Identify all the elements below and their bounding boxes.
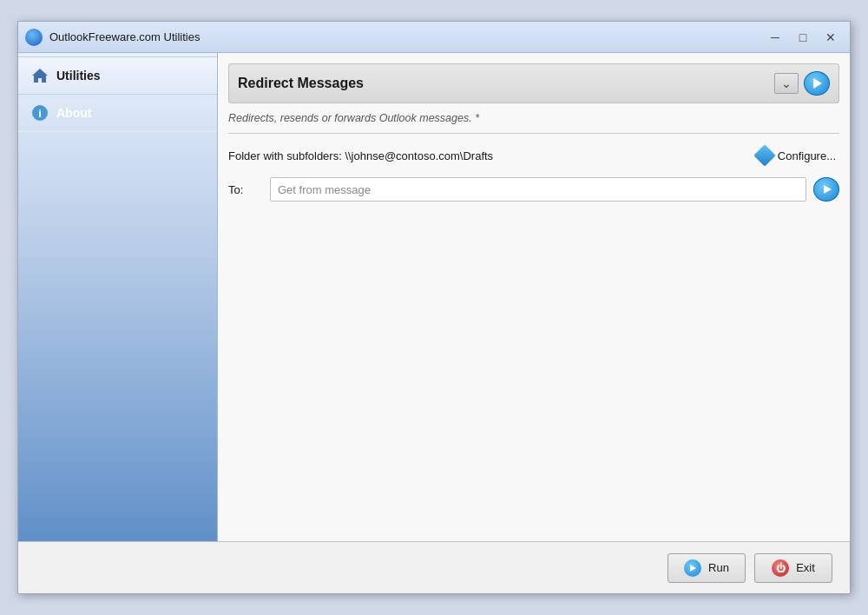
folder-row: Folder with subfolders: \\johnse@contoso… (228, 146, 839, 165)
utilities-nav-label: Utilities (56, 69, 101, 83)
folder-label: Folder with subfolders: \\johnse@contoso… (228, 149, 493, 162)
exit-button-label: Exit (796, 561, 815, 574)
to-run-button[interactable] (813, 177, 839, 202)
run-arrow-icon (690, 565, 696, 572)
window-controls: ─ □ ✕ (763, 28, 843, 47)
diamond-icon (753, 144, 775, 166)
chevron-down-button[interactable]: ⌄ (774, 73, 799, 94)
sidebar: Outlook Freeware .com Utilities i About (18, 53, 218, 541)
sidebar-item-utilities[interactable]: Utilities (18, 56, 217, 95)
to-row: To: (228, 177, 839, 202)
right-panel: Redirect Messages ⌄ Redirects, resends o… (218, 53, 850, 541)
utility-title: Redirect Messages (238, 76, 774, 91)
utility-description: Redirects, resends or forwards Outlook m… (228, 112, 839, 134)
minimize-button[interactable]: ─ (763, 28, 787, 47)
svg-text:i: i (38, 107, 42, 120)
bottom-bar: Run ⏻ Exit (18, 541, 850, 593)
configure-button-label: Configure... (778, 149, 836, 162)
about-nav-label: About (56, 106, 91, 120)
run-icon (684, 559, 701, 577)
power-icon: ⏻ (772, 559, 789, 577)
to-input[interactable] (270, 177, 806, 202)
close-button[interactable]: ✕ (819, 28, 843, 47)
home-icon (30, 66, 49, 85)
run-small-button[interactable] (804, 71, 830, 96)
app-window: OutlookFreeware.com Utilities ─ □ ✕ Outl… (17, 21, 851, 594)
utility-header: Redirect Messages ⌄ (228, 63, 839, 103)
app-icon (25, 29, 43, 46)
window-title: OutlookFreeware.com Utilities (49, 30, 763, 43)
to-label: To: (228, 183, 263, 196)
form-area: Folder with subfolders: \\johnse@contoso… (228, 142, 839, 205)
maximize-button[interactable]: □ (791, 28, 815, 47)
sidebar-nav: Utilities i About (18, 53, 217, 132)
run-triangle-icon (813, 78, 822, 89)
titlebar: OutlookFreeware.com Utilities ─ □ ✕ (18, 22, 850, 53)
run-button[interactable]: Run (667, 553, 746, 583)
info-icon: i (30, 103, 49, 122)
to-run-triangle-icon (824, 185, 832, 194)
configure-button[interactable]: Configure... (753, 146, 839, 165)
main-content: Outlook Freeware .com Utilities i About (18, 53, 850, 541)
run-button-label: Run (708, 561, 729, 574)
exit-button[interactable]: ⏻ Exit (754, 553, 832, 583)
sidebar-item-about[interactable]: i About (18, 95, 217, 132)
